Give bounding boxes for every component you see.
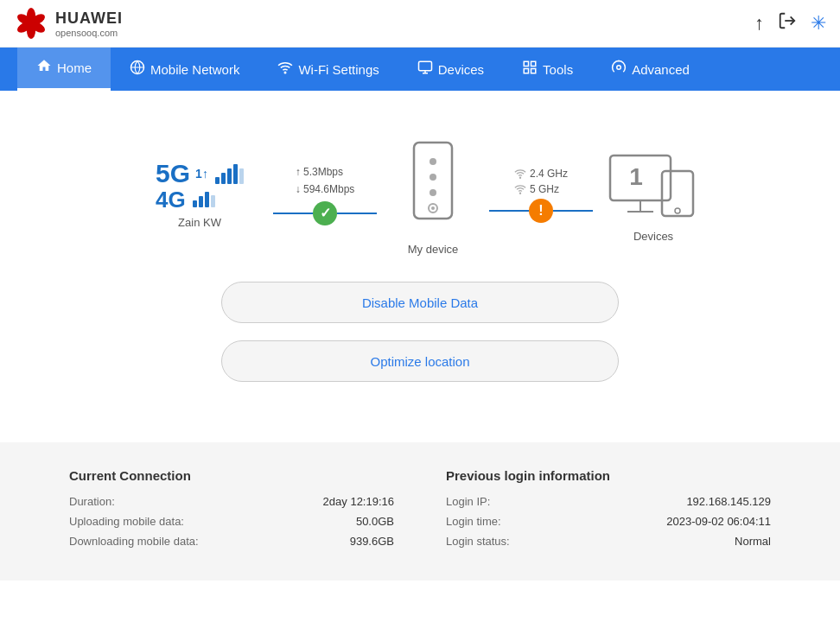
disable-mobile-data-button[interactable]: Disable Mobile Data (221, 282, 619, 323)
download-row: Downloading mobile data: 939.6GB (69, 535, 394, 548)
nav-advanced-label: Advanced (632, 62, 690, 77)
download-speed: ↓ 594.6Mbps (296, 181, 355, 198)
svg-point-18 (430, 158, 436, 165)
carrier-label: Zain KW (178, 216, 221, 229)
svg-point-19 (430, 174, 436, 181)
svg-rect-14 (531, 68, 536, 73)
opensooq-label: opensooq.com (55, 28, 118, 38)
devices-count-label: Devices (633, 230, 673, 243)
nav-wifi-settings[interactable]: Wi-Fi Settings (258, 48, 398, 91)
login-ip-row: Login IP: 192.168.145.129 (446, 495, 771, 508)
network-diagram: 5G 1↑ 4G (118, 134, 722, 256)
login-status-row: Login status: Normal (446, 535, 771, 548)
huawei-logo-icon (14, 6, 48, 41)
wifi-connection: 2.4 GHz 5 GHz ! (485, 168, 597, 223)
svg-point-16 (617, 65, 621, 69)
svg-rect-28 (662, 171, 693, 216)
svg-rect-15 (524, 68, 528, 73)
status-green-circle: ✓ (313, 201, 337, 225)
upload-row: Uploading mobile data: 50.0GB (69, 515, 394, 528)
wifi-info: 2.4 GHz 5 GHz (514, 168, 568, 195)
header: HUAWEI opensooq.com ↑ ✳ (0, 0, 840, 48)
wifi-24-icon (514, 168, 526, 180)
nav-home[interactable]: Home (17, 48, 111, 91)
logout-icon[interactable] (778, 11, 797, 35)
line-green: ✓ (273, 201, 377, 225)
header-icons: ↑ ✳ (754, 11, 826, 35)
navbar: Home Mobile Network Wi-Fi Settings Devic… (0, 48, 840, 91)
nav-advanced[interactable]: Advanced (592, 48, 709, 91)
nav-devices-label: Devices (438, 62, 484, 77)
line-orange: ! (489, 199, 593, 223)
wifi-5-row: 5 GHz (514, 183, 559, 195)
router-icon (398, 134, 468, 238)
tools-icon (522, 60, 538, 79)
wifi-24-row: 2.4 GHz (514, 168, 568, 180)
svg-rect-12 (524, 61, 528, 66)
status-orange-circle: ! (529, 199, 553, 223)
upload-icon[interactable]: ↑ (754, 12, 764, 35)
svg-rect-13 (531, 61, 536, 66)
previous-login-title: Previous login information (446, 468, 771, 483)
mobile-network-icon (130, 60, 145, 79)
nav-devices[interactable]: Devices (398, 48, 503, 91)
4g-bars (193, 192, 215, 207)
svg-point-22 (431, 206, 435, 210)
svg-text:1: 1 (629, 163, 643, 190)
main-content: 5G 1↑ 4G (0, 91, 840, 425)
huawei-brand-name: HUAWEI (55, 10, 123, 28)
advanced-icon (611, 60, 627, 79)
brand-text: HUAWEI opensooq.com (55, 10, 123, 38)
current-connection-section: Current Connection Duration: 2day 12:19:… (69, 468, 394, 555)
signal-block: 5G 1↑ 4G (130, 161, 269, 229)
speed-info: ↑ 5.3Mbps ↓ 594.6Mbps (296, 164, 355, 197)
duration-row: Duration: 2day 12:19:16 (69, 495, 394, 508)
current-connection-title: Current Connection (69, 468, 394, 483)
nav-tools-label: Tools (543, 62, 573, 77)
logo-area: HUAWEI opensooq.com (14, 6, 123, 41)
4g-label: 4G (156, 188, 215, 211)
svg-point-24 (519, 193, 520, 194)
optimize-location-button[interactable]: Optimize location (221, 340, 619, 382)
nav-wifi-label: Wi-Fi Settings (298, 62, 379, 77)
svg-point-23 (519, 177, 520, 178)
devices-nav-icon (417, 60, 433, 79)
nav-mobile-network[interactable]: Mobile Network (111, 48, 258, 91)
svg-point-8 (285, 72, 287, 73)
svg-point-20 (430, 189, 436, 196)
devices-icon: 1 (606, 147, 701, 225)
nav-home-label: Home (57, 60, 92, 75)
5g-label: 5G 1↑ (156, 161, 244, 187)
upload-connection: ↑ 5.3Mbps ↓ 594.6Mbps ✓ (269, 164, 381, 225)
devices-block: 1 Devices (597, 147, 710, 243)
device-label: My device (408, 243, 459, 256)
action-buttons: Disable Mobile Data Optimize location (204, 282, 636, 382)
footer-info: Current Connection Duration: 2day 12:19:… (0, 442, 840, 581)
wifi-5-icon (514, 183, 526, 195)
wifi-icon (277, 60, 293, 79)
nav-tools[interactable]: Tools (503, 48, 592, 91)
previous-login-section: Previous login information Login IP: 192… (446, 468, 771, 555)
svg-point-29 (675, 208, 680, 213)
router-device: My device (381, 134, 485, 256)
home-icon (36, 58, 52, 78)
svg-rect-9 (418, 61, 431, 71)
upload-speed: ↑ 5.3Mbps (296, 164, 355, 181)
nav-mobile-label: Mobile Network (150, 62, 239, 77)
5g-bars (215, 164, 244, 184)
login-time-row: Login time: 2023-09-02 06:04:11 (446, 515, 771, 528)
loading-icon: ✳ (811, 12, 826, 35)
